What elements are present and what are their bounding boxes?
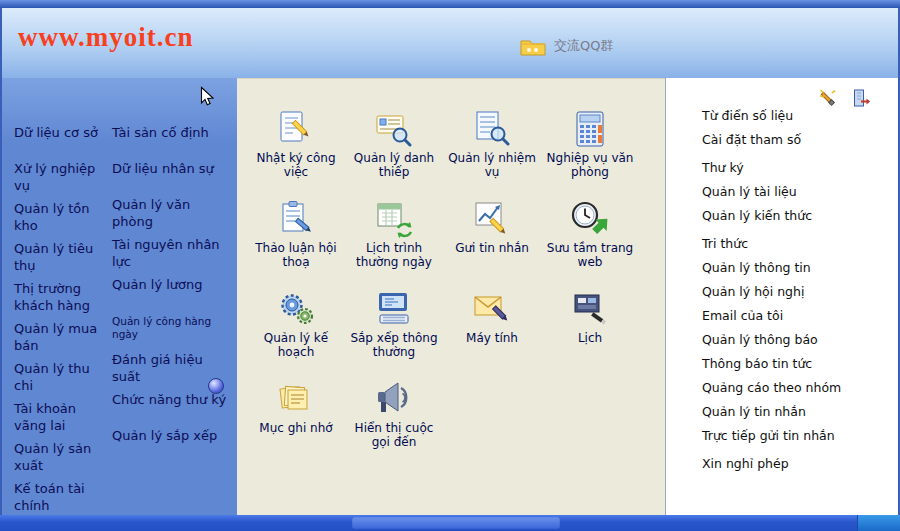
right-panel-item[interactable]: Trực tiếp gửi tin nhắn: [702, 428, 841, 443]
envelope-pen-icon: [472, 289, 512, 329]
taskbar[interactable]: [0, 515, 900, 531]
taskbar-button[interactable]: [352, 517, 560, 529]
sidebar-item[interactable]: Tài nguyên nhân lực: [112, 236, 228, 270]
app-item-label: Nhật ký công việc: [249, 151, 343, 179]
web-collect-clock-icon: [570, 199, 610, 239]
task-search-icon: [472, 109, 512, 149]
app-item-label: Lịch: [578, 331, 602, 345]
right-panel-item[interactable]: Quản lý thông báo: [702, 332, 841, 347]
discussion-clipboard-icon: [276, 199, 316, 239]
app-item-label: Quản lý danh thiếp: [347, 151, 441, 179]
app-item-label: Hiển thị cuộc gọi đến: [347, 421, 441, 449]
sidebar-column-2: Tài sản cố định Dữ liệu nhân sự Quản lý …: [112, 124, 228, 463]
right-panel-item[interactable]: Cài đặt tham số: [702, 132, 841, 147]
qq-group-link[interactable]: 交流QQ群: [520, 36, 613, 56]
app-item-label: Máy tính: [466, 331, 518, 345]
memo-notes-icon: [276, 379, 316, 419]
right-panel-item[interactable]: Quảng cáo theo nhóm: [702, 380, 841, 395]
app-item[interactable]: Quản lý danh thiếp: [345, 109, 443, 179]
right-panel-item[interactable]: Thư ký: [702, 160, 841, 175]
sidebar-item[interactable]: Thị trường khách hàng: [14, 280, 109, 314]
app-item-label: Sắp xếp thông thường: [347, 331, 441, 359]
sidebar-item[interactable]: Quản lý mua bán: [14, 320, 109, 354]
app-item[interactable]: Lịch: [541, 289, 639, 359]
sidebar-item[interactable]: Quản lý công hàng ngày: [112, 312, 228, 345]
app-item-label: Mục ghi nhớ: [259, 421, 332, 435]
app-item[interactable]: Sắp xếp thông thường: [345, 289, 443, 359]
send-message-chart-icon: [472, 199, 512, 239]
qq-group-label: 交流QQ群: [554, 37, 613, 55]
site-url[interactable]: www.myoit.cn: [18, 22, 194, 53]
right-panel-item[interactable]: Xin nghỉ phép: [702, 456, 841, 471]
sidebar-item[interactable]: Quản lý văn phòng: [112, 196, 228, 230]
sidebar-item[interactable]: Chức năng thư ký: [112, 391, 228, 421]
app-icon-grid: Nhật ký công việc Quản lý danh thiếp Quả…: [247, 109, 647, 449]
header-banner: www.myoit.cn 交流QQ群: [2, 8, 898, 78]
app-item-label: Quản lý nhiệm vụ: [445, 151, 539, 179]
app-item-label: Lịch trình thường ngày: [347, 241, 441, 269]
sidebar-item[interactable]: Quản lý thu chi: [14, 360, 109, 394]
app-item[interactable]: Gưi tin nhắn: [443, 199, 541, 269]
right-panel-item[interactable]: Quản lý kiến thức: [702, 208, 841, 223]
business-card-icon: [374, 109, 414, 149]
right-panel-group: Tri thức Quản lý thông tin Quản lý hội n…: [702, 236, 841, 443]
right-panel-group: Thư ký Quản lý tài liệu Quản lý kiến thứ…: [702, 160, 841, 223]
app-item[interactable]: Sưu tầm trang web: [541, 199, 639, 269]
office-calculator-icon: [570, 109, 610, 149]
app-item[interactable]: Quản lý kế hoạch: [247, 289, 345, 359]
app-window: www.myoit.cn 交流QQ群 Dữ liệu cơ sở Xử lý n…: [0, 0, 900, 531]
qq-folder-icon: [520, 36, 546, 56]
computer-arrange-icon: [374, 289, 414, 329]
sidebar-item[interactable]: Quản lý sản xuất: [14, 440, 109, 474]
system-tray[interactable]: [857, 515, 900, 531]
app-item[interactable]: Hiển thị cuộc gọi đến: [345, 379, 443, 449]
sidebar: Dữ liệu cơ sở Xử lý nghiệp vụ Quản lý tồ…: [2, 78, 237, 515]
app-item-label: Quản lý kế hoạch: [249, 331, 343, 359]
app-item[interactable]: Nghiệp vụ văn phòng: [541, 109, 639, 179]
magic-wand-icon[interactable]: [818, 88, 838, 108]
window-titlebar: [0, 0, 900, 8]
sidebar-item[interactable]: Dữ liệu cơ sở: [14, 124, 109, 154]
incoming-call-megaphone-icon: [374, 379, 414, 419]
app-item-label: Gưi tin nhắn: [455, 241, 529, 255]
right-panel-item[interactable]: Tri thức: [702, 236, 841, 251]
sidebar-item[interactable]: Tài khoản vãng lai: [14, 400, 109, 434]
sidebar-item[interactable]: Dữ liệu nhân sự: [112, 160, 228, 190]
app-item-label: Sưu tầm trang web: [543, 241, 637, 269]
right-panel-item[interactable]: Quản lý thông tin: [702, 260, 841, 275]
right-panel-link-list: Từ điển số liệu Cài đặt tham số Thư ký Q…: [702, 108, 841, 484]
right-panel-item[interactable]: Thông báo tin tức: [702, 356, 841, 371]
app-item[interactable]: Lịch trình thường ngày: [345, 199, 443, 269]
right-panel-item[interactable]: Từ điển số liệu: [702, 108, 841, 123]
sidebar-toggle-button[interactable]: [208, 378, 224, 394]
panel-toolbar: [818, 88, 872, 108]
sidebar-item[interactable]: Quản lý lương: [112, 276, 228, 306]
main-workspace: Nhật ký công việc Quản lý danh thiếp Quả…: [237, 78, 665, 516]
exit-icon[interactable]: [852, 88, 872, 108]
right-panel-item[interactable]: Quản lý tin nhắn: [702, 404, 841, 419]
app-item[interactable]: Nhật ký công việc: [247, 109, 345, 179]
whiteboard-icon: [570, 289, 610, 329]
app-item[interactable]: Máy tính: [443, 289, 541, 359]
sidebar-item[interactable]: Quản lý tồn kho: [14, 200, 109, 234]
app-item[interactable]: Mục ghi nhớ: [247, 379, 345, 449]
daily-schedule-icon: [374, 199, 414, 239]
sidebar-item[interactable]: Quản lý sắp xếp: [112, 427, 228, 457]
sidebar-item[interactable]: Quản lý tiêu thụ: [14, 240, 109, 274]
right-panel-item[interactable]: Email của tôi: [702, 308, 841, 323]
right-panel-group: Xin nghỉ phép: [702, 456, 841, 471]
app-item-label: Thảo luận hội thoạ: [249, 241, 343, 269]
sidebar-item[interactable]: Tài sản cố định: [112, 124, 228, 154]
sidebar-item[interactable]: Xử lý nghiệp vụ: [14, 160, 109, 194]
plan-gears-icon: [276, 289, 316, 329]
app-item[interactable]: Quản lý nhiệm vụ: [443, 109, 541, 179]
sidebar-item[interactable]: Kế toán tài chính: [14, 480, 109, 514]
sidebar-column-1: Dữ liệu cơ sở Xử lý nghiệp vụ Quản lý tồ…: [14, 124, 109, 520]
right-panel-item[interactable]: Quản lý hội nghị: [702, 284, 841, 299]
right-panel: Từ điển số liệu Cài đặt tham số Thư ký Q…: [665, 78, 898, 515]
app-item-label: Nghiệp vụ văn phòng: [543, 151, 637, 179]
right-panel-item[interactable]: Quản lý tài liệu: [702, 184, 841, 199]
work-journal-icon: [276, 109, 316, 149]
app-item[interactable]: Thảo luận hội thoạ: [247, 199, 345, 269]
right-panel-group: Từ điển số liệu Cài đặt tham số: [702, 108, 841, 147]
